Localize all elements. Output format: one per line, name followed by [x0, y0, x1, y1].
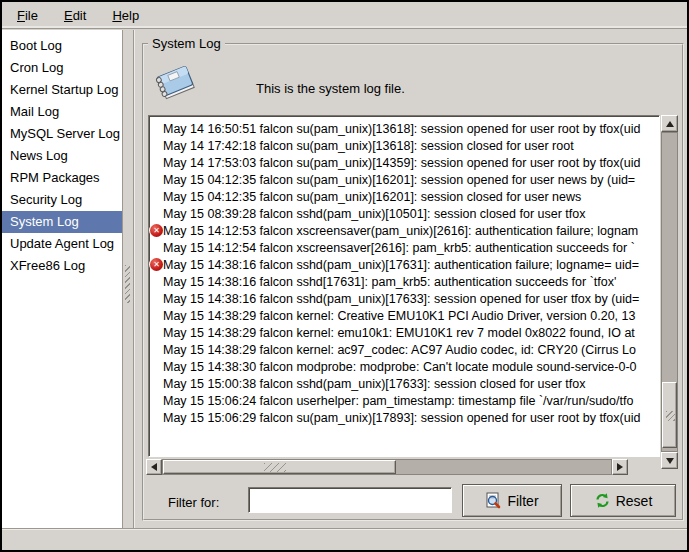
log-row[interactable]: ✕ May 15 08:39:28 falcon sshd(pam_unix)[…: [149, 205, 659, 222]
menu-item[interactable]: Help: [103, 5, 148, 26]
log-row[interactable]: ✕ May 15 14:38:29 falcon kernel: Creativ…: [149, 307, 659, 324]
filter-label: Filter for:: [168, 495, 219, 510]
sidebar-item[interactable]: Kernel Startup Log: [2, 79, 122, 101]
scroll-left-button[interactable]: [146, 459, 162, 475]
log-row[interactable]: ✕ May 15 14:38:30 falcon modprobe: modpr…: [149, 358, 659, 375]
log-row-text: May 14 17:42:18 falcon su(pam_unix)[1361…: [163, 139, 574, 153]
sidebar-item[interactable]: News Log: [2, 145, 122, 167]
log-row-text: May 15 14:38:30 falcon modprobe: modprob…: [163, 360, 637, 374]
log-row[interactable]: ✕ May 15 04:12:35 falcon su(pam_unix)[16…: [149, 188, 659, 205]
log-viewer-window: File Edit Help Boot Log Cron Log Kernel …: [0, 0, 689, 552]
log-row-text: May 15 15:06:29 falcon su(pam_unix)[1789…: [163, 411, 640, 425]
log-row-text: May 15 14:12:53 falcon xscreensaver(pam_…: [163, 224, 638, 238]
log-row[interactable]: ✕ May 15 14:38:16 falcon sshd(pam_unix)[…: [149, 290, 659, 307]
scroll-up-button[interactable]: [661, 115, 678, 132]
menu-item[interactable]: File: [8, 5, 47, 26]
main-panel: System Log This is the system log f: [133, 30, 687, 528]
vertical-scrollbar-thumb[interactable]: [662, 382, 677, 448]
log-row-text: May 15 14:38:29 falcon kernel: emu10k1: …: [163, 326, 635, 340]
log-row[interactable]: ✕ May 14 17:42:18 falcon su(pam_unix)[13…: [149, 137, 659, 154]
log-row[interactable]: ✕ May 15 14:12:54 falcon xscreensaver[26…: [149, 239, 659, 256]
arrow-right-icon: [617, 463, 623, 471]
filter-button-label: Filter: [507, 493, 538, 509]
sidebar-item[interactable]: Boot Log: [2, 35, 122, 57]
log-row-text: May 15 14:38:16 falcon sshd(pam_unix)[17…: [163, 258, 639, 272]
log-row-text: May 15 04:12:35 falcon su(pam_unix)[1620…: [163, 173, 635, 187]
error-icon: ✕: [150, 224, 163, 237]
thumb-grip-icon: [264, 463, 286, 472]
log-row-gutter: ✕: [149, 258, 163, 271]
log-row-gutter: ✕: [149, 224, 163, 237]
sidebar-item[interactable]: Security Log: [2, 189, 122, 211]
thumb-grip-icon: [666, 411, 675, 421]
log-row-text: May 14 16:50:51 falcon su(pam_unix)[1361…: [163, 122, 640, 136]
horizontal-scrollbar-thumb[interactable]: [163, 460, 396, 474]
log-row-text: May 15 14:38:29 falcon kernel: Creative …: [163, 309, 635, 323]
sidebar-item[interactable]: MySQL Server Log: [2, 123, 122, 145]
sidebar-item[interactable]: RPM Packages: [2, 167, 122, 189]
filter-input[interactable]: [248, 487, 452, 513]
search-document-icon: [485, 492, 502, 509]
log-row-text: May 15 14:38:16 falcon sshd[17631]: pam_…: [163, 275, 616, 289]
vertical-scrollbar: [661, 115, 678, 469]
sidebar-log-types: Boot Log Cron Log Kernel Startup Log Mai…: [2, 30, 123, 530]
scroll-down-button[interactable]: [661, 452, 678, 469]
sidebar-item[interactable]: Mail Log: [2, 101, 122, 123]
log-row[interactable]: ✕ May 15 14:38:16 falcon sshd(pam_unix)[…: [149, 256, 659, 273]
log-description: This is the system log file.: [256, 81, 405, 96]
log-row-text: May 15 15:06:24 falcon userhelper: pam_t…: [163, 394, 633, 408]
filter-button[interactable]: Filter: [462, 484, 562, 517]
status-bar: [2, 528, 687, 550]
log-row-text: May 15 14:38:16 falcon sshd(pam_unix)[17…: [163, 292, 639, 306]
arrow-down-icon: [666, 458, 674, 464]
log-row-text: May 15 14:12:54 falcon xscreensaver[2616…: [163, 241, 635, 255]
log-list[interactable]: ✕ May 14 16:50:51 falcon su(pam_unix)[13…: [148, 115, 660, 457]
frame-title: System Log: [148, 36, 225, 51]
reset-button-label: Reset: [616, 493, 653, 509]
log-row[interactable]: ✕ May 15 15:06:29 falcon su(pam_unix)[17…: [149, 409, 659, 426]
log-row-text: May 15 08:39:28 falcon sshd(pam_unix)[10…: [163, 207, 585, 221]
log-row[interactable]: ✕ May 15 14:38:16 falcon sshd[17631]: pa…: [149, 273, 659, 290]
menu-item[interactable]: Edit: [55, 5, 95, 26]
log-book-icon: [152, 59, 200, 107]
arrow-up-icon: [666, 121, 674, 127]
sidebar-item[interactable]: System Log: [2, 211, 122, 233]
log-row-text: May 14 17:53:03 falcon su(pam_unix)[1435…: [163, 156, 640, 170]
arrow-left-icon: [151, 463, 157, 471]
log-row[interactable]: ✕ May 15 04:12:35 falcon su(pam_unix)[16…: [149, 171, 659, 188]
log-row[interactable]: ✕ May 14 17:53:03 falcon su(pam_unix)[14…: [149, 154, 659, 171]
log-row-text: May 15 15:00:38 falcon sshd(pam_unix)[17…: [163, 377, 585, 391]
refresh-icon: [594, 492, 611, 509]
log-row[interactable]: ✕ May 15 15:06:24 falcon userhelper: pam…: [149, 392, 659, 409]
log-row-text: May 15 04:12:35 falcon su(pam_unix)[1620…: [163, 190, 581, 204]
log-row[interactable]: ✕ May 15 15:00:38 falcon sshd(pam_unix)[…: [149, 375, 659, 392]
sidebar-item[interactable]: XFree86 Log: [2, 255, 122, 277]
splitter-grip-icon: [125, 265, 130, 303]
log-row[interactable]: ✕ May 15 14:38:29 falcon kernel: ac97_co…: [149, 341, 659, 358]
log-row[interactable]: ✕ May 15 14:38:29 falcon kernel: emu10k1…: [149, 324, 659, 341]
reset-button[interactable]: Reset: [570, 484, 676, 517]
scroll-right-button[interactable]: [612, 459, 628, 475]
menu-bar: File Edit Help: [2, 2, 687, 29]
sidebar-item[interactable]: Update Agent Log: [2, 233, 122, 255]
log-row[interactable]: ✕ May 14 16:50:51 falcon su(pam_unix)[13…: [149, 120, 659, 137]
log-row-text: May 15 14:38:29 falcon kernel: ac97_code…: [163, 343, 636, 357]
log-row[interactable]: ✕ May 15 14:12:53 falcon xscreensaver(pa…: [149, 222, 659, 239]
sidebar-item[interactable]: Cron Log: [2, 57, 122, 79]
horizontal-scrollbar: [146, 459, 628, 475]
system-log-frame: System Log This is the system log f: [142, 43, 684, 521]
pane-splitter[interactable]: [123, 30, 133, 530]
error-icon: ✕: [150, 258, 163, 271]
